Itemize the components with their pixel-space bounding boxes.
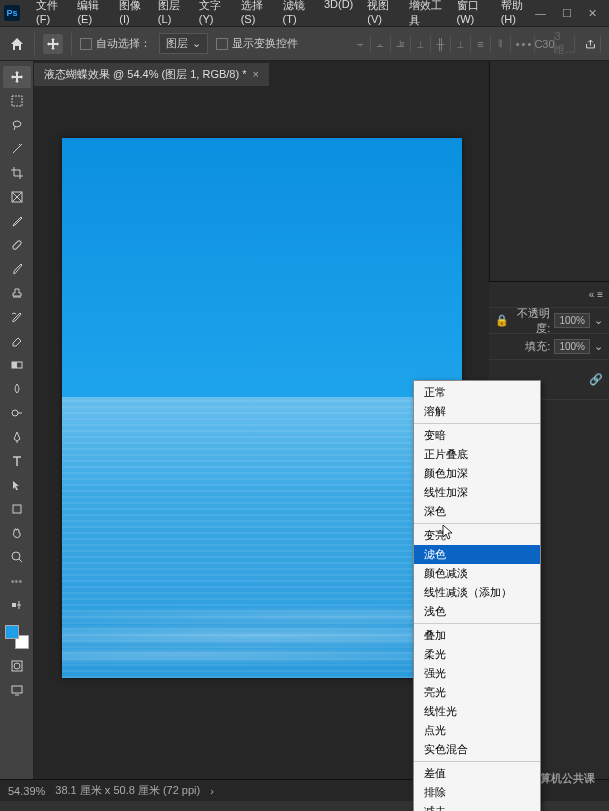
lasso-tool[interactable] bbox=[3, 114, 31, 136]
healing-tool[interactable] bbox=[3, 234, 31, 256]
link-icon[interactable]: 🔗 bbox=[589, 373, 603, 386]
blend-mode-item[interactable]: 颜色加深 bbox=[414, 464, 540, 483]
close-tab-icon[interactable]: × bbox=[253, 68, 259, 80]
menu-bar: 文件(F) 编辑(E) 图像(I) 图层(L) 文字(Y) 选择(S) 滤镜(T… bbox=[30, 0, 535, 32]
menu-select[interactable]: 选择(S) bbox=[235, 0, 275, 32]
fill-row: 填充: 100% ⌄ bbox=[489, 334, 609, 360]
menu-plugins[interactable]: 增效工具 bbox=[403, 0, 448, 32]
frame-tool[interactable] bbox=[3, 186, 31, 208]
blend-mode-item[interactable]: 变亮 bbox=[414, 526, 540, 545]
close-button[interactable]: ✕ bbox=[588, 7, 597, 20]
move-tool[interactable] bbox=[3, 66, 31, 88]
blend-mode-item[interactable]: 深色 bbox=[414, 502, 540, 521]
align-bottom-icon[interactable]: ⟂ bbox=[455, 36, 471, 52]
chevron-down-icon: ⌄ bbox=[192, 37, 201, 50]
type-tool[interactable] bbox=[3, 450, 31, 472]
blend-mode-item[interactable]: 正片叠底 bbox=[414, 445, 540, 464]
blend-mode-item[interactable]: 颜色减淡 bbox=[414, 564, 540, 583]
align-right-icon[interactable]: ⫡ bbox=[395, 36, 411, 52]
eraser-tool[interactable] bbox=[3, 330, 31, 352]
lock-icon[interactable]: 🔒 bbox=[495, 314, 509, 327]
show-transform-checkbox[interactable] bbox=[216, 38, 228, 50]
opacity-value[interactable]: 100% bbox=[554, 313, 590, 328]
distribute-v-icon[interactable]: ⦀ bbox=[495, 36, 511, 52]
document-tab[interactable]: 液态蝴蝶效果 @ 54.4% (图层 1, RGB/8) * × bbox=[34, 63, 269, 86]
marquee-tool[interactable] bbox=[3, 90, 31, 112]
align-top-icon[interactable]: ⟂ bbox=[415, 36, 431, 52]
foreground-swatch[interactable] bbox=[5, 625, 19, 639]
blend-mode-item[interactable]: 线性加深 bbox=[414, 483, 540, 502]
maximize-button[interactable]: ☐ bbox=[562, 7, 572, 20]
blend-mode-item[interactable]: 差值 bbox=[414, 764, 540, 783]
blend-mode-item[interactable]: 浅色 bbox=[414, 602, 540, 621]
blend-mode-item[interactable]: 溶解 bbox=[414, 402, 540, 421]
status-chevron-icon[interactable]: › bbox=[210, 785, 214, 797]
blend-mode-item[interactable]: 点光 bbox=[414, 721, 540, 740]
menu-3d[interactable]: 3D(D) bbox=[318, 0, 359, 32]
blend-mode-item[interactable]: 亮光 bbox=[414, 683, 540, 702]
shape-tool[interactable] bbox=[3, 498, 31, 520]
target-dropdown[interactable]: 图层⌄ bbox=[159, 33, 208, 54]
hand-tool[interactable] bbox=[3, 522, 31, 544]
zoom-tool[interactable] bbox=[3, 546, 31, 568]
auto-select-checkbox[interactable] bbox=[80, 38, 92, 50]
menu-help[interactable]: 帮助(H) bbox=[495, 0, 535, 32]
canvas-water-region bbox=[62, 397, 462, 678]
home-icon[interactable] bbox=[8, 35, 26, 53]
blend-mode-item[interactable]: 正常 bbox=[414, 383, 540, 402]
blend-mode-item[interactable]: 减去 bbox=[414, 802, 540, 811]
eyedropper-tool[interactable] bbox=[3, 210, 31, 232]
blend-mode-item[interactable]: 柔光 bbox=[414, 645, 540, 664]
quickmask-tool[interactable] bbox=[3, 655, 31, 677]
fill-value[interactable]: 100% bbox=[554, 339, 590, 354]
align-middle-icon[interactable]: ╫ bbox=[435, 36, 451, 52]
opacity-label: 不透明度: bbox=[513, 306, 550, 336]
show-transform-option[interactable]: 显示变换控件 bbox=[216, 36, 298, 51]
share-icon[interactable] bbox=[585, 36, 601, 52]
stamp-tool[interactable] bbox=[3, 282, 31, 304]
blur-tool[interactable] bbox=[3, 378, 31, 400]
blend-mode-item[interactable]: 排除 bbox=[414, 783, 540, 802]
blend-mode-item[interactable]: 实色混合 bbox=[414, 740, 540, 759]
edit-toolbar-icon[interactable] bbox=[3, 594, 31, 616]
menu-window[interactable]: 窗口(W) bbox=[451, 0, 493, 32]
menu-view[interactable]: 视图(V) bbox=[361, 0, 401, 32]
pen-tool[interactable] bbox=[3, 426, 31, 448]
crop-tool[interactable] bbox=[3, 162, 31, 184]
gradient-tool[interactable] bbox=[3, 354, 31, 376]
minimize-button[interactable]: — bbox=[535, 7, 546, 20]
blend-mode-item[interactable]: 强光 bbox=[414, 664, 540, 683]
blend-mode-item[interactable]: 线性光 bbox=[414, 702, 540, 721]
more-tools-icon[interactable]: ••• bbox=[3, 570, 31, 592]
align-center-h-icon[interactable]: ⫠ bbox=[375, 36, 391, 52]
chevron-down-icon[interactable]: ⌄ bbox=[594, 314, 603, 327]
color-swatches[interactable] bbox=[5, 625, 29, 649]
blend-mode-item[interactable]: 叠加 bbox=[414, 626, 540, 645]
move-tool-icon[interactable] bbox=[43, 34, 63, 54]
screenmode-tool[interactable] bbox=[3, 679, 31, 701]
align-left-icon[interactable]: ⫟ bbox=[355, 36, 371, 52]
chevron-down-icon[interactable]: ⌄ bbox=[594, 340, 603, 353]
menu-filter[interactable]: 滤镜(T) bbox=[277, 0, 316, 32]
blend-mode-item[interactable]: 变暗 bbox=[414, 426, 540, 445]
menu-edit[interactable]: 编辑(E) bbox=[71, 0, 111, 32]
blend-mode-item-highlighted[interactable]: 滤色 bbox=[414, 545, 540, 564]
wand-tool[interactable] bbox=[3, 138, 31, 160]
menu-image[interactable]: 图像(I) bbox=[113, 0, 150, 32]
document-dimensions[interactable]: 38.1 厘米 x 50.8 厘米 (72 ppi) bbox=[55, 783, 200, 798]
panel-collapse-row[interactable]: « ≡ bbox=[489, 282, 609, 308]
menu-layer[interactable]: 图层(L) bbox=[152, 0, 191, 32]
3d-mode-label[interactable]: C30 bbox=[539, 36, 555, 52]
distribute-h-icon[interactable]: ≡ bbox=[475, 36, 491, 52]
menu-file[interactable]: 文件(F) bbox=[30, 0, 69, 32]
dodge-tool[interactable] bbox=[3, 402, 31, 424]
menu-type[interactable]: 文字(Y) bbox=[193, 0, 233, 32]
canvas[interactable] bbox=[62, 138, 462, 678]
path-tool[interactable] bbox=[3, 474, 31, 496]
auto-select-option[interactable]: 自动选择： bbox=[80, 36, 151, 51]
blend-mode-item[interactable]: 线性减淡（添加） bbox=[414, 583, 540, 602]
history-brush-tool[interactable] bbox=[3, 306, 31, 328]
brush-tool[interactable] bbox=[3, 258, 31, 280]
zoom-level[interactable]: 54.39% bbox=[8, 785, 45, 797]
more-options-icon[interactable]: ••• bbox=[519, 36, 535, 52]
